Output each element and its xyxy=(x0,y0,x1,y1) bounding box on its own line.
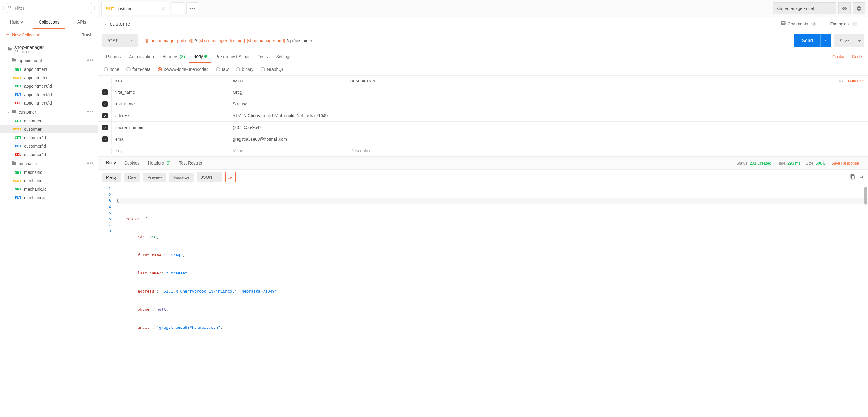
save-button[interactable]: Save xyxy=(834,34,855,47)
kv-value-input[interactable]: gregstrause68@hotmail.com xyxy=(229,134,347,145)
checkbox[interactable] xyxy=(102,113,108,118)
view-visualize[interactable]: Visualize xyxy=(169,173,194,182)
kv-value-input[interactable]: (207) 555-9542 xyxy=(229,122,347,133)
http-method-select[interactable]: POST xyxy=(102,34,138,47)
response-body[interactable]: 12345678 { "data": { "id": 298, "first_n… xyxy=(98,185,868,355)
subtab-params[interactable]: Params xyxy=(102,50,125,63)
send-button[interactable]: Send xyxy=(795,34,820,47)
folder-more-icon[interactable]: ••• xyxy=(87,57,94,64)
scrollbar[interactable] xyxy=(864,186,867,205)
kv-desc-input[interactable]: Description xyxy=(347,145,868,156)
sidebar-item-customer-id-put[interactable]: PUTcustomer/id xyxy=(0,142,98,150)
response-tab-headers[interactable]: Headers(9) xyxy=(144,157,175,169)
subtab-tests[interactable]: Tests xyxy=(254,50,272,63)
kv-value-input[interactable]: Value xyxy=(229,145,347,156)
body-type-graphql[interactable]: GraphQL xyxy=(260,67,284,72)
subtab-headers[interactable]: Headers(8) xyxy=(158,50,189,63)
subtab-authorization[interactable]: Authorization xyxy=(125,50,158,63)
bulk-edit-link[interactable]: Bulk Edit xyxy=(848,79,864,83)
response-tab-cookies[interactable]: Cookies xyxy=(120,157,144,169)
folder-mechanic[interactable]: mechanic••• xyxy=(0,159,98,168)
tab-collections[interactable]: Collections xyxy=(33,16,65,29)
new-collection-button[interactable]: New Collection xyxy=(5,32,40,38)
body-type-raw[interactable]: raw xyxy=(216,67,229,72)
sidebar-item-appointment-id-get[interactable]: GETappointment/id xyxy=(0,82,98,91)
kv-key-input[interactable]: first_name xyxy=(112,87,229,98)
environment-view-button[interactable] xyxy=(838,2,850,14)
kv-value-input[interactable]: 5151 N Cherrybrook LN\nLincoln, Nebraska… xyxy=(229,110,347,121)
request-tab[interactable]: POST customer ✕ xyxy=(101,2,169,15)
kv-desc-input[interactable] xyxy=(347,101,868,107)
checkbox[interactable] xyxy=(102,137,108,142)
folder-customer[interactable]: customer••• xyxy=(0,107,98,116)
code-link[interactable]: Code xyxy=(852,54,862,59)
settings-button[interactable] xyxy=(853,2,865,14)
kv-key-input[interactable]: email xyxy=(112,134,229,145)
subtab-settings[interactable]: Settings xyxy=(272,50,296,63)
kv-value-input[interactable]: Strause xyxy=(229,99,347,109)
tab-more-button[interactable]: ••• xyxy=(186,2,198,14)
body-type-none[interactable]: none xyxy=(104,67,119,72)
kv-desc-input[interactable] xyxy=(347,89,868,95)
tab-history[interactable]: History xyxy=(0,16,33,29)
sidebar-item-mechanic-id-put[interactable]: PUTmechanic/id xyxy=(0,194,98,202)
sidebar-item-mechanic-id-get[interactable]: GETmechanic/id xyxy=(0,185,98,194)
folder-label: mechanic xyxy=(19,161,37,166)
sidebar-search-input[interactable] xyxy=(15,6,91,10)
kv-key-input[interactable]: Key xyxy=(112,145,229,156)
close-icon[interactable]: ✕ xyxy=(161,6,165,11)
kv-key-input[interactable]: address xyxy=(112,110,229,121)
save-dropdown[interactable] xyxy=(855,34,864,47)
body-type-binary[interactable]: binary xyxy=(236,67,253,72)
view-pretty[interactable]: Pretty xyxy=(102,173,121,182)
view-raw[interactable]: Raw xyxy=(124,173,141,182)
subtab-prerequest[interactable]: Pre-request Script xyxy=(211,50,254,63)
checkbox[interactable] xyxy=(102,101,108,107)
folder-more-icon[interactable]: ••• xyxy=(87,160,94,167)
checkbox[interactable] xyxy=(102,90,108,95)
sidebar-item-appointment-post[interactable]: POSTappointment xyxy=(0,73,98,82)
cookies-link[interactable]: Cookies xyxy=(832,54,848,59)
examples-button[interactable]: Examples 0 xyxy=(830,22,863,26)
sidebar-item-customer-id-get[interactable]: GETcustomer/id xyxy=(0,134,98,142)
search-response-button[interactable] xyxy=(859,174,864,180)
checkbox[interactable] xyxy=(102,125,108,130)
subtab-body[interactable]: Body xyxy=(189,50,211,63)
save-response-button[interactable]: Save Response xyxy=(831,161,864,165)
folder-appointment[interactable]: appointment••• xyxy=(0,56,98,65)
send-dropdown[interactable] xyxy=(820,34,831,47)
sidebar-item-mechanic-get[interactable]: GETmechanic xyxy=(0,168,98,177)
wrap-lines-button[interactable] xyxy=(225,172,236,182)
body-type-form-data[interactable]: form-data xyxy=(126,67,151,72)
kv-more-button[interactable]: ••• xyxy=(838,79,843,83)
comments-button[interactable]: Comments 0 xyxy=(780,21,817,27)
environment-select[interactable]: shop-manager-local xyxy=(773,2,836,14)
kv-value-input[interactable]: Greg xyxy=(229,87,347,98)
sidebar-item-customer-get[interactable]: GETcustomer xyxy=(0,116,98,125)
tab-apis[interactable]: APIs xyxy=(65,16,98,29)
copy-button[interactable] xyxy=(850,174,855,180)
sidebar-item-appointment-get[interactable]: GETappointment xyxy=(0,65,98,73)
response-tab-body[interactable]: Body xyxy=(102,157,120,169)
sidebar-item-appointment-id-del[interactable]: DELappointment/id xyxy=(0,99,98,107)
kv-key-input[interactable]: phone_number xyxy=(112,122,229,133)
response-tab-test-results[interactable]: Test Results xyxy=(175,157,206,169)
body-type-xwww[interactable]: x-www-form-urlencoded xyxy=(158,67,209,72)
kv-desc-input[interactable] xyxy=(347,113,868,119)
sidebar-item-mechanic-post[interactable]: POSTmechanic xyxy=(0,177,98,185)
sidebar-search[interactable] xyxy=(3,3,95,13)
folder-more-icon[interactable]: ••• xyxy=(87,109,94,115)
kv-key-input[interactable]: last_name xyxy=(112,99,229,109)
view-preview[interactable]: Preview xyxy=(143,173,166,182)
sidebar-item-customer-post[interactable]: POSTcustomer xyxy=(0,125,98,134)
trash-link[interactable]: Trash xyxy=(82,33,93,37)
url-input[interactable]: {{shop-manager-proticol}}://{{shop-manag… xyxy=(141,34,792,47)
sidebar-item-appointment-id-put[interactable]: PUTappointment/id xyxy=(0,91,98,99)
chevron-right-icon[interactable] xyxy=(104,22,107,26)
response-format-select[interactable]: JSON xyxy=(197,172,222,182)
add-tab-button[interactable]: + xyxy=(172,2,184,14)
kv-desc-input[interactable] xyxy=(347,125,868,131)
collection-header[interactable]: shop-manager 25 requests xyxy=(0,43,98,56)
sidebar-item-customer-id-del[interactable]: DELcustomer/id xyxy=(0,150,98,159)
kv-desc-input[interactable] xyxy=(347,136,868,142)
